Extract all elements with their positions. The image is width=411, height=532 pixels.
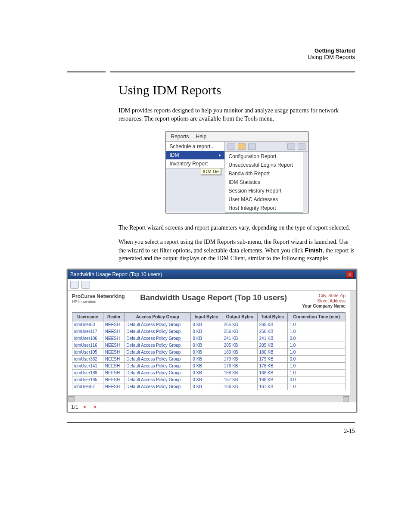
next-page-button[interactable]: > (92, 404, 98, 410)
menu-item-idm[interactable]: IDM (166, 151, 224, 159)
table-cell: idmUser106 (72, 335, 103, 342)
menubar: Reports Help (166, 132, 308, 142)
horizontal-scrollbar[interactable] (68, 395, 350, 402)
table-cell: 1.0 (288, 321, 346, 328)
menu-item-schedule[interactable]: Schedule a report... (166, 142, 224, 151)
table-cell: idmUser141 (72, 363, 103, 370)
toolbar-icon[interactable] (227, 143, 235, 150)
column-header: Total Bytes (257, 313, 288, 321)
table-cell: 0.0 (288, 335, 346, 342)
menu-item-label: IDM (170, 152, 179, 158)
table-cell: 0 KB (191, 383, 222, 390)
table-row: idmUser117NEESHDefault Access Policy Gro… (72, 328, 346, 335)
table-cell: 1.0 (288, 328, 346, 335)
submenu-item[interactable]: Host Integrity Report (225, 204, 303, 212)
table-cell: 0 KB (191, 370, 222, 376)
report-toolbar (68, 279, 356, 291)
menu-item-label: Schedule a report... (170, 143, 215, 149)
close-button[interactable]: × (346, 271, 354, 278)
vertical-scrollbar[interactable] (350, 291, 356, 402)
menu-item-inventory[interactable]: Inventory Report (166, 159, 224, 168)
meta-company: Your Company Name (302, 304, 346, 309)
save-icon[interactable] (81, 281, 90, 289)
section-heading: Using IDM Reports (118, 83, 355, 97)
table-cell: Default Access Policy Group (125, 383, 191, 390)
table-header-row: UsernameRealmAccess Policy GroupInput By… (72, 313, 346, 321)
toolbar-icon[interactable] (248, 143, 256, 150)
table-cell: 265 KB (257, 321, 288, 328)
table-cell: Default Access Policy Group (125, 328, 191, 335)
table-row: idmUser105NEESHDefault Access Policy Gro… (72, 349, 346, 356)
toolbar-icon[interactable] (287, 143, 295, 150)
table-cell: 168 KB (222, 370, 257, 376)
table-cell: 0 KB (191, 342, 222, 349)
menu-reports[interactable]: Reports (168, 133, 193, 140)
table-row: idmUser189NEESHDefault Access Policy Gro… (72, 370, 346, 376)
column-header: Input Bytes (191, 313, 222, 321)
table-row: idmUser141NEESHDefault Access Policy Gro… (72, 363, 346, 370)
page-number: 2-15 (67, 428, 355, 435)
idm-submenu: Configuration Report Unsuccessful Logins… (225, 152, 303, 213)
column-header: Access Policy Group (125, 313, 191, 321)
submenu-column: Configuration Report Unsuccessful Logins… (225, 142, 308, 213)
brand-block: ProCurve Networking HP Innovation (72, 293, 125, 304)
report-body: ProCurve Networking HP Innovation Bandwi… (68, 291, 350, 395)
intro-paragraph: IDM provides reports designed to help yo… (118, 107, 355, 123)
toolbar-icon[interactable] (298, 143, 305, 150)
horizontal-divider (67, 72, 355, 72)
scroll-left-button[interactable] (68, 396, 75, 401)
table-cell: 1.0 (288, 363, 346, 370)
submenu-item[interactable]: IDM Statistics (225, 178, 303, 187)
table-cell: Default Access Policy Group (125, 356, 191, 363)
table-cell: 241 KB (257, 335, 288, 342)
submenu-item[interactable]: Bandwidth Report (225, 169, 303, 178)
report-title: Bandwidth Usage Report (Top 10 users) (125, 293, 302, 302)
scroll-right-button[interactable] (343, 396, 349, 401)
submenu-item[interactable]: Session History Report (225, 187, 303, 195)
figure-menu-screenshot: Reports Help Schedule a report... IDM In… (118, 131, 355, 214)
app-window: Reports Help Schedule a report... IDM In… (165, 131, 309, 214)
table-cell: NEESH (103, 342, 125, 349)
table-cell: 0 KB (191, 335, 222, 342)
paragraph-wizard-vary: The Report wizard screens and report par… (118, 224, 355, 232)
table-cell: 0 KB (191, 363, 222, 370)
table-cell: 0 KB (191, 321, 222, 328)
table-cell: 0 KB (191, 356, 222, 363)
print-icon[interactable] (70, 281, 79, 289)
table-cell: 1.0 (288, 342, 346, 349)
table-row: idmUser332NEESHDefault Access Policy Gro… (72, 356, 346, 363)
table-cell: NEESH (103, 328, 125, 335)
table-cell: NEESH (103, 363, 125, 370)
reports-dropdown: Schedule a report... IDM Inventory Repor… (166, 142, 225, 168)
table-cell: 0.0 (288, 356, 346, 363)
table-cell: 167 KB (257, 383, 288, 390)
table-row: idmUser63NEESHDefault Access Policy Grou… (72, 321, 346, 328)
running-header: Getting Started Using IDM Reports (67, 47, 355, 60)
table-cell: 1.0 (288, 383, 346, 390)
table-cell: Default Access Policy Group (125, 349, 191, 356)
table-cell: 265 KB (222, 321, 257, 328)
table-cell: 180 KB (222, 349, 257, 356)
table-cell: 168 KB (257, 376, 288, 383)
table-cell: 1.0 (288, 370, 346, 376)
prev-page-button[interactable]: < (82, 404, 88, 410)
table-cell: idmUser87 (72, 383, 103, 390)
brand-line1: ProCurve Networking (72, 293, 125, 299)
menu-help[interactable]: Help (193, 133, 210, 140)
header-title: Getting Started (67, 47, 355, 54)
content-column: Using IDM Reports IDM provides reports d… (118, 83, 355, 263)
table-cell: 166 KB (222, 383, 257, 390)
paragraph-finish: When you select a report using the IDM R… (118, 238, 355, 263)
ui-keyword: Finish (305, 247, 322, 254)
table-cell: idmUser105 (72, 349, 103, 356)
toolbar-icon[interactable] (238, 143, 246, 150)
table-cell: idmUser117 (72, 328, 103, 335)
footer-rule (67, 422, 355, 423)
submenu-item[interactable]: Unsuccessful Logins Report (225, 161, 303, 169)
table-cell: Default Access Policy Group (125, 342, 191, 349)
table-cell: 180 KB (257, 349, 288, 356)
submenu-item[interactable]: Configuration Report (225, 152, 303, 161)
table-cell: 0 KB (191, 328, 222, 335)
submenu-item[interactable]: User MAC Addresses (225, 195, 303, 204)
column-header: Connection Time (min) (288, 313, 346, 321)
